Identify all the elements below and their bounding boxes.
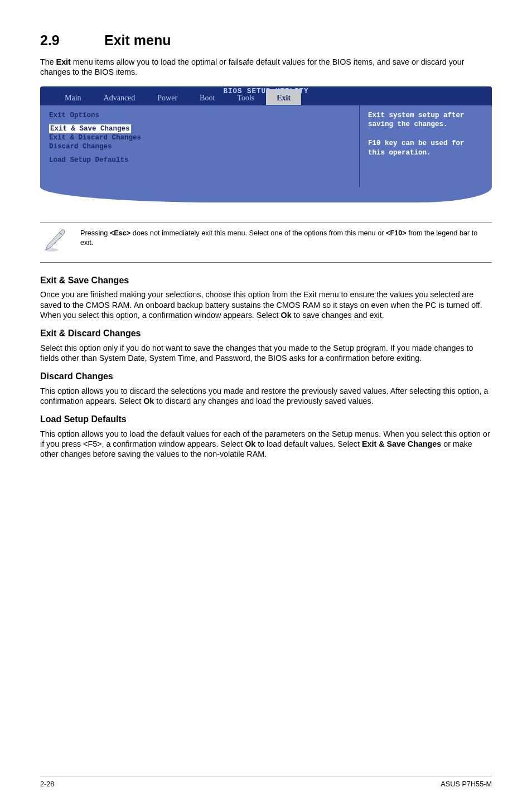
- note-icon: [42, 229, 67, 255]
- section-title: Exit menu: [104, 32, 171, 48]
- heading-load-setup-defaults: Load Setup Defaults: [40, 414, 492, 425]
- paragraph-exit-discard-changes: Select this option only if you do not wa…: [40, 343, 492, 364]
- footer-page-number: 2-28: [40, 780, 54, 789]
- intro-paragraph: The Exit menu items allow you to load th…: [40, 57, 492, 78]
- page-title: 2.9 Exit menu: [40, 31, 492, 49]
- bios-left-pane: Exit Options Exit & Save Changes Exit & …: [40, 105, 360, 187]
- bios-exit-options-heading: Exit Options: [49, 111, 351, 120]
- note-block: Pressing <Esc> does not immediately exit…: [40, 223, 492, 263]
- bios-utility-title: BIOS SETUP UTILITY: [223, 87, 308, 96]
- bios-option-load-defaults: Load Setup Defaults: [49, 156, 129, 164]
- heading-discard-changes: Discard Changes: [40, 371, 492, 382]
- bios-tab-main: Main: [54, 89, 93, 105]
- bios-option-exit-save: Exit & Save Changes: [49, 124, 131, 133]
- section-number: 2.9: [40, 31, 100, 49]
- bios-body: Exit Options Exit & Save Changes Exit & …: [40, 105, 492, 187]
- heading-exit-discard-changes: Exit & Discard Changes: [40, 328, 492, 339]
- footer-product: ASUS P7H55-M: [441, 780, 492, 789]
- paragraph-exit-save-changes: Once you are finished making your select…: [40, 289, 492, 320]
- heading-exit-save-changes: Exit & Save Changes: [40, 275, 492, 286]
- bios-tab-boot: Boot: [188, 89, 226, 105]
- bios-help-text: Exit system setup after saving the chang…: [368, 111, 484, 158]
- bios-menubar: BIOS SETUP UTILITY Main Advanced Power B…: [40, 86, 492, 105]
- bios-right-pane: Exit system setup after saving the chang…: [360, 105, 492, 187]
- bios-option-exit-discard: Exit & Discard Changes: [49, 134, 141, 142]
- bios-tab-advanced: Advanced: [93, 89, 147, 105]
- bios-tab-power: Power: [146, 89, 188, 105]
- paragraph-discard-changes: This option allows you to discard the se…: [40, 386, 492, 407]
- paragraph-load-setup-defaults: This option allows you to load the defau…: [40, 429, 492, 460]
- note-text: Pressing <Esc> does not immediately exit…: [80, 229, 490, 248]
- page-footer: 2-28 ASUS P7H55-M: [40, 776, 492, 789]
- bios-option-discard: Discard Changes: [49, 143, 112, 151]
- bios-screenshot: BIOS SETUP UTILITY Main Advanced Power B…: [40, 86, 492, 202]
